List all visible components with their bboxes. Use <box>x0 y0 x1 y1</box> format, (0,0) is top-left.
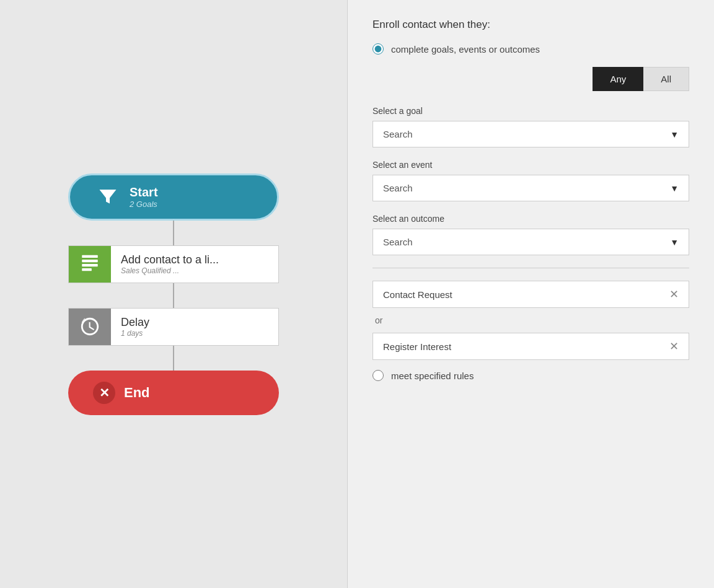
outcome-dropdown[interactable]: Search ▼ <box>372 229 689 255</box>
radio-complete-input[interactable] <box>372 43 384 55</box>
flow-container: Start 2 Goals Add contact to a li... Sal… <box>68 173 279 415</box>
remove-tag-2-button[interactable]: ✕ <box>669 341 679 352</box>
svg-rect-2 <box>82 264 98 266</box>
delay-node-subtitle: 1 days <box>121 329 149 338</box>
radio-complete-option[interactable]: complete goals, events or outcomes <box>372 43 689 55</box>
radio-rules-label[interactable]: meet specified rules <box>391 371 474 381</box>
radio-rules-option[interactable]: meet specified rules <box>372 370 689 381</box>
close-icon: ✕ <box>93 382 115 404</box>
action-node-subtitle: Sales Qualified ... <box>121 266 219 275</box>
radio-rules-input[interactable] <box>372 370 384 381</box>
action-node[interactable]: Add contact to a li... Sales Qualified .… <box>68 245 279 283</box>
event-dropdown[interactable]: Search ▼ <box>372 175 689 201</box>
goal-tag-2: Register Interest ✕ <box>372 333 689 360</box>
goal-tag-1: Contact Request ✕ <box>372 281 689 308</box>
goal-dropdown[interactable]: Search ▼ <box>372 121 689 147</box>
start-node-subtitle: 2 Goals <box>130 200 158 209</box>
outcome-placeholder: Search <box>383 237 413 247</box>
start-node-title: Start <box>130 185 158 200</box>
outcome-label: Select an outcome <box>372 214 689 224</box>
delay-icon-block <box>69 309 111 345</box>
delay-node-text: Delay 1 days <box>111 309 159 345</box>
goal-label: Select a goal <box>372 106 689 116</box>
left-panel: Start 2 Goals Add contact to a li... Sal… <box>0 0 347 588</box>
right-panel: Enroll contact when they: complete goals… <box>347 0 714 588</box>
event-label: Select an event <box>372 160 689 170</box>
start-node[interactable]: Start 2 Goals <box>68 173 279 221</box>
action-icon-block <box>69 246 111 283</box>
all-button[interactable]: All <box>643 67 689 91</box>
goal-chevron-icon: ▼ <box>670 129 679 139</box>
connector-3 <box>173 346 174 371</box>
start-node-text: Start 2 Goals <box>130 185 158 209</box>
remove-tag-1-button[interactable]: ✕ <box>669 289 679 300</box>
action-node-text: Add contact to a li... Sales Qualified .… <box>111 246 229 283</box>
event-placeholder: Search <box>383 183 413 193</box>
event-chevron-icon: ▼ <box>670 183 679 193</box>
end-node-title: End <box>124 385 150 401</box>
filter-icon <box>95 184 121 210</box>
svg-rect-0 <box>82 255 98 258</box>
delay-node-title: Delay <box>121 316 149 329</box>
end-node[interactable]: ✕ End <box>68 371 279 415</box>
radio-complete-label[interactable]: complete goals, events or outcomes <box>391 44 540 55</box>
connector-2 <box>173 283 174 308</box>
goal-placeholder: Search <box>383 129 413 139</box>
section-title: Enroll contact when they: <box>372 19 689 31</box>
goal-tag-1-label: Contact Request <box>383 289 452 300</box>
outcome-chevron-icon: ▼ <box>670 237 679 247</box>
any-button[interactable]: Any <box>593 67 643 91</box>
connector-1 <box>173 221 174 245</box>
action-node-title: Add contact to a li... <box>121 253 219 266</box>
svg-rect-1 <box>82 260 98 262</box>
any-all-group: Any All <box>593 67 689 91</box>
goal-tag-2-label: Register Interest <box>383 341 451 352</box>
or-text: or <box>375 315 689 325</box>
delay-node[interactable]: Delay 1 days <box>68 308 279 346</box>
svg-rect-3 <box>82 268 92 271</box>
divider <box>372 268 689 268</box>
